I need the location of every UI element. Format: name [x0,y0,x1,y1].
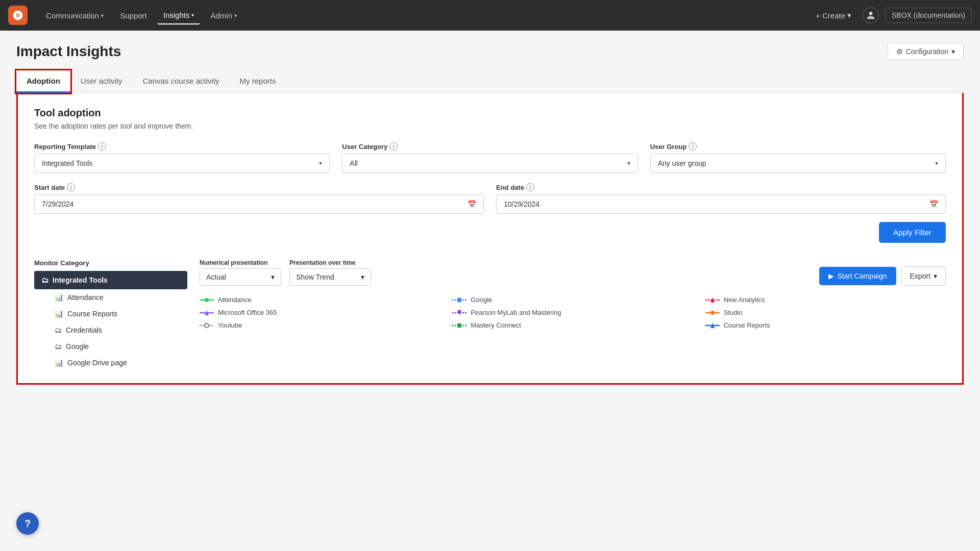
folder-icon: 🗂 [41,276,48,284]
legend-item-youtube: Youtube [200,321,440,329]
user-profile-icon[interactable] [863,7,879,23]
monitor-item-google-drive[interactable]: 📊 Google Drive page [34,355,187,371]
chevron-down-icon: ▾ [271,273,275,281]
legend-item-course-reports: Course Reports [705,321,946,329]
monitor-panel: Monitor Category 🗂 Integrated Tools 📊 At… [34,259,187,371]
controls-row: Numerical presentation Actual ▾ Presenta… [200,259,946,286]
nav-insights[interactable]: Insights ▾ [157,7,201,24]
start-date-label: Start date i [34,183,484,191]
chevron-down-icon: ▾ [951,47,955,56]
tab-my-reports[interactable]: My reports [230,70,286,93]
user-group-group: User Group i Any user group ▾ [650,142,946,173]
section-title: Tool adoption [34,107,946,119]
user-category-group: User Category i All ▾ [342,142,638,173]
svg-rect-15 [457,323,461,328]
user-group-label: User Group i [650,142,946,151]
svg-point-11 [710,311,715,315]
tab-user-activity[interactable]: User activity [70,70,133,93]
user-category-select[interactable]: All ▾ [342,154,638,173]
start-campaign-button[interactable]: ▶ Start Campaign [819,267,896,285]
monitor-item-attendance[interactable]: 📊 Attendance [34,289,187,306]
end-date-group: End date i 10/29/2024 📅 [496,183,946,214]
section-description: See the adoption rates per tool and impr… [34,122,946,130]
date-row: Start date i 7/29/2024 📅 End date i 10/2… [34,183,946,214]
action-buttons: ▶ Start Campaign Export ▾ [819,266,946,286]
chevron-down-icon: ▾ [191,12,194,18]
configuration-button[interactable]: ⚙ Configuration ▾ [888,43,964,60]
tab-adoption[interactable]: Adoption [16,70,70,93]
numerical-presentation-label: Numerical presentation [200,259,281,266]
chevron-down-icon: ▾ [935,160,938,167]
bar-chart-icon: 📊 [55,310,63,318]
bottom-section: Monitor Category 🗂 Integrated Tools 📊 At… [34,259,946,371]
reporting-template-select[interactable]: Integrated Tools ▾ [34,154,330,173]
legend-item-google: Google [452,296,693,304]
monitor-item-integrated-tools[interactable]: 🗂 Integrated Tools [34,271,187,289]
info-icon-reporting[interactable]: i [98,142,106,151]
legend-item-pearson: Pearson MyLab and Mastering [452,309,693,316]
chevron-down-icon: ▾ [627,160,630,167]
tab-canvas-course-activity[interactable]: Canvas course activity [133,70,230,93]
svg-point-13 [205,323,209,328]
top-navigation: Communication ▾ Support Insights ▾ Admin… [0,0,980,31]
export-button[interactable]: Export ▾ [901,266,946,286]
chevron-down-icon: ▾ [101,13,104,18]
legend-item-mastery-connect: Mastery Connect [452,321,693,329]
calendar-icon: 📅 [929,200,938,208]
numerical-presentation-group: Numerical presentation Actual ▾ [200,259,281,286]
svg-rect-3 [457,298,461,302]
nav-admin[interactable]: Admin ▾ [204,7,243,24]
calendar-icon: 📅 [468,200,476,208]
legend-item-studio: Studio [705,309,946,316]
bar-chart-icon: 📊 [55,359,63,367]
reporting-template-group: Reporting Template i Integrated Tools ▾ [34,142,330,173]
chevron-down-icon: ▾ [934,272,937,280]
monitor-item-credentials[interactable]: 🗂 Credentials [34,322,187,338]
info-icon-end-date[interactable]: i [526,183,534,191]
tool-adoption-panel: Tool adoption See the adoption rates per… [16,93,964,385]
svg-point-1 [205,298,209,302]
nav-communication[interactable]: Communication ▾ [40,7,110,24]
reporting-template-label: Reporting Template i [34,142,330,151]
create-button[interactable]: + Create ▾ [811,8,856,23]
presentation-over-time-select[interactable]: Show Trend ▾ [289,268,371,286]
chevron-down-icon: ▾ [361,273,364,281]
info-icon-group[interactable]: i [689,142,697,151]
tabs-row: Adoption User activity Canvas course act… [16,70,964,93]
monitor-item-google[interactable]: 🗂 Google [34,338,187,355]
numerical-presentation-select[interactable]: Actual ▾ [200,268,281,286]
end-date-label: End date i [496,183,946,191]
end-date-input[interactable]: 10/29/2024 📅 [496,194,946,214]
presentation-over-time-label: Presentation over time [289,259,371,266]
apply-filter-button[interactable]: Apply Filter [879,222,946,243]
tenant-label[interactable]: SBOX (documentation) [885,8,972,23]
info-icon-start-date[interactable]: i [67,183,75,191]
chevron-down-icon: ▾ [847,11,851,20]
folder-icon: 🗂 [55,326,62,334]
monitor-category-label: Monitor Category [34,259,187,267]
bar-chart-icon: 📊 [55,293,63,302]
gear-icon: ⚙ [896,47,903,56]
results-panel: Numerical presentation Actual ▾ Presenta… [200,259,946,371]
start-date-group: Start date i 7/29/2024 📅 [34,183,484,214]
legend-item-microsoft: Microsoft Office 365 [200,309,440,316]
apply-filter-row: Apply Filter [34,222,946,243]
presentation-over-time-group: Presentation over time Show Trend ▾ [289,259,371,286]
user-category-label: User Category i [342,142,638,151]
play-icon: ▶ [828,272,834,280]
folder-icon: 🗂 [55,342,62,350]
page-title: Impact Insights [16,43,121,60]
nav-support[interactable]: Support [114,7,153,24]
user-group-select[interactable]: Any user group ▾ [650,154,946,173]
legend-item-new-analytics: New Analytics [705,296,946,304]
start-date-input[interactable]: 7/29/2024 📅 [34,194,484,214]
app-logo[interactable] [8,6,28,25]
legend-grid: Attendance Google New Analytics Microsof… [200,296,946,329]
help-button[interactable]: ? [16,512,39,535]
monitor-item-course-reports[interactable]: 📊 Course Reports [34,306,187,322]
filter-row-1: Reporting Template i Integrated Tools ▾ … [34,142,946,173]
legend-item-attendance: Attendance [200,296,440,304]
info-icon-category[interactable]: i [389,142,398,151]
chevron-down-icon: ▾ [319,160,322,167]
chevron-down-icon: ▾ [234,13,237,18]
